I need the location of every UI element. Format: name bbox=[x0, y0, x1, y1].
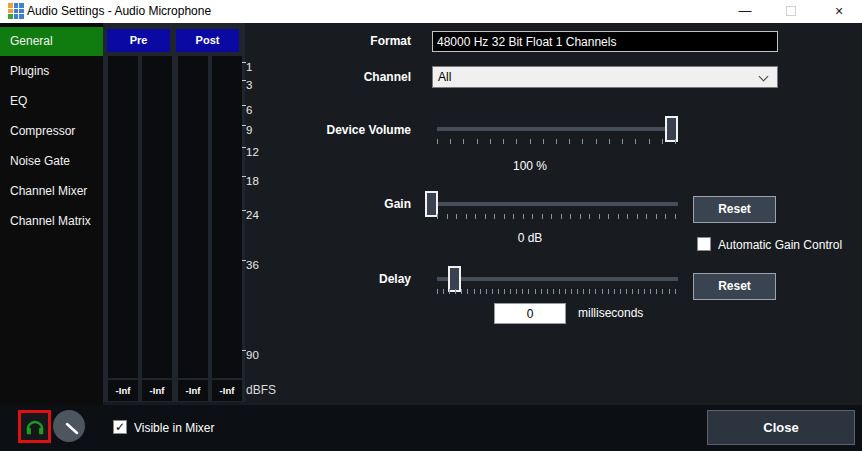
check-icon: ✓ bbox=[115, 420, 125, 434]
gain-reset-button[interactable]: Reset bbox=[693, 196, 776, 223]
scale-tick-label: 3 bbox=[246, 79, 252, 91]
window-title: Audio Settings - Audio Microphone bbox=[27, 0, 211, 23]
channel-selected-value: All bbox=[438, 70, 451, 84]
close-icon: × bbox=[835, 3, 843, 19]
channel-dropdown[interactable]: All bbox=[432, 66, 778, 88]
format-input[interactable] bbox=[432, 31, 778, 52]
meter-bar-pre-left bbox=[108, 56, 138, 378]
minimize-button[interactable]: — bbox=[722, 0, 768, 23]
scale-tick-label: 12 bbox=[246, 146, 259, 158]
app-logo-icon bbox=[8, 3, 24, 19]
automatic-gain-control-checkbox[interactable] bbox=[697, 237, 711, 251]
meter-level-pre-left: -Inf bbox=[108, 380, 138, 401]
meter-level-pre-right: -Inf bbox=[142, 380, 172, 401]
delay-input[interactable] bbox=[494, 303, 566, 324]
format-label: Format bbox=[280, 34, 411, 48]
minimize-icon: — bbox=[739, 3, 752, 18]
knob-pointer-icon bbox=[53, 410, 85, 442]
visible-in-mixer-checkbox[interactable]: ✓ bbox=[113, 420, 127, 434]
meter-level-post-right: -Inf bbox=[212, 380, 242, 401]
delay-ticks bbox=[437, 289, 676, 294]
sidebar-item-plugins[interactable]: Plugins bbox=[0, 57, 103, 86]
sidebar-item-channel-matrix[interactable]: Channel Matrix bbox=[0, 207, 103, 236]
device-volume-ticks bbox=[437, 139, 676, 144]
dbfs-scale: 1 3 6 9 12 18 24 36 90 dBFS bbox=[246, 0, 286, 451]
chevron-down-icon bbox=[760, 73, 768, 81]
sidebar-item-general[interactable]: General bbox=[0, 27, 103, 56]
scale-tick-label: 6 bbox=[246, 104, 252, 116]
scale-tick-label: 24 bbox=[246, 209, 259, 221]
scale-tick-label: 90 bbox=[246, 349, 259, 361]
sidebar-item-compressor[interactable]: Compressor bbox=[0, 117, 103, 146]
scale-unit-label: dBFS bbox=[246, 383, 276, 397]
meter-bar-pre-right bbox=[142, 56, 172, 378]
delay-slider[interactable] bbox=[437, 277, 678, 281]
close-button[interactable]: Close bbox=[707, 410, 855, 445]
delay-label: Delay bbox=[280, 272, 411, 286]
device-volume-slider[interactable] bbox=[437, 127, 678, 131]
audio-meter-panel: Pre Post -Inf -Inf -Inf -Inf bbox=[103, 23, 245, 402]
titlebar: Audio Settings - Audio Microphone — × bbox=[0, 0, 862, 23]
meter-level-post-left: -Inf bbox=[178, 380, 208, 401]
gain-ticks bbox=[437, 214, 676, 219]
scale-tick-label: 18 bbox=[246, 175, 259, 187]
maximize-icon bbox=[786, 6, 796, 16]
gain-value: 0 dB bbox=[410, 231, 650, 245]
gain-label: Gain bbox=[280, 197, 411, 211]
maximize-button[interactable] bbox=[768, 0, 814, 23]
sidebar-item-eq[interactable]: EQ bbox=[0, 87, 103, 116]
pan-knob[interactable] bbox=[53, 410, 85, 442]
meter-bar-post-left bbox=[178, 56, 208, 378]
sidebar-item-noise-gate[interactable]: Noise Gate bbox=[0, 147, 103, 176]
monitor-headphones-button[interactable] bbox=[18, 410, 51, 443]
meter-bar-post-right bbox=[212, 56, 242, 378]
audio-settings-window: Audio Settings - Audio Microphone — × Ge… bbox=[0, 0, 862, 451]
delay-unit-label: milliseconds bbox=[578, 306, 643, 320]
automatic-gain-control-label: Automatic Gain Control bbox=[718, 238, 842, 252]
visible-in-mixer-label: Visible in Mixer bbox=[134, 421, 214, 435]
gain-slider[interactable] bbox=[437, 202, 678, 206]
settings-sidebar: General Plugins EQ Compressor Noise Gate… bbox=[0, 23, 103, 405]
scale-tick-label: 9 bbox=[246, 124, 252, 136]
footer-bar: ✓ Visible in Mixer Close bbox=[0, 405, 862, 451]
meter-pre-header: Pre bbox=[107, 29, 170, 52]
headphones-icon bbox=[25, 418, 45, 436]
meter-post-header: Post bbox=[176, 29, 239, 52]
scale-tick-label: 1 bbox=[246, 61, 252, 73]
channel-label: Channel bbox=[280, 70, 411, 84]
scale-tick-label: 36 bbox=[246, 259, 259, 271]
delay-reset-button[interactable]: Reset bbox=[693, 273, 776, 300]
close-window-button[interactable]: × bbox=[816, 0, 862, 23]
device-volume-value: 100 % bbox=[410, 159, 650, 173]
device-volume-label: Device Volume bbox=[280, 123, 411, 137]
sidebar-item-channel-mixer[interactable]: Channel Mixer bbox=[0, 177, 103, 206]
